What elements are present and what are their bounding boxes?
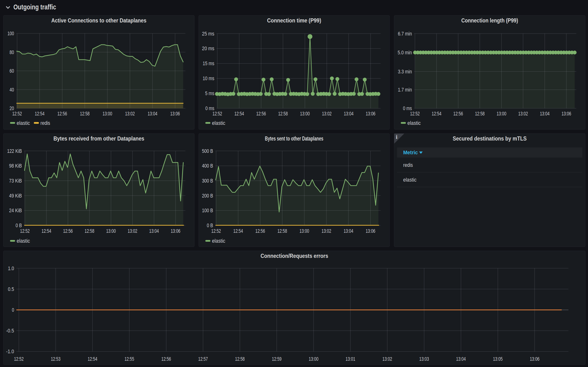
svg-text:0 ms: 0 ms: [403, 106, 412, 111]
svg-text:13:02: 13:02: [125, 111, 135, 117]
svg-text:12:53: 12:53: [51, 356, 60, 362]
svg-text:Active Connections to other Da: Active Connections to other Dataplanes: [51, 17, 146, 24]
svg-text:400 B: 400 B: [202, 163, 213, 169]
svg-text:i: i: [396, 134, 398, 140]
svg-text:15 ms: 15 ms: [203, 61, 214, 67]
svg-text:12:54: 12:54: [42, 228, 51, 234]
svg-text:12:58: 12:58: [80, 111, 90, 117]
svg-text:12:52: 12:52: [20, 228, 30, 234]
svg-text:Bytes sent to other Dataplanes: Bytes sent to other Dataplanes: [265, 135, 324, 142]
svg-text:12:58: 12:58: [277, 228, 287, 234]
svg-text:13:02: 13:02: [322, 228, 331, 234]
svg-text:-1.0: -1.0: [6, 349, 14, 354]
svg-text:60: 60: [10, 68, 14, 74]
svg-text:Connection length (P99): Connection length (P99): [461, 17, 518, 24]
svg-text:80: 80: [10, 50, 14, 55]
svg-text:13:06: 13:06: [530, 356, 539, 362]
svg-text:13:00: 13:00: [497, 111, 506, 117]
svg-text:1.0: 1.0: [8, 266, 14, 271]
svg-text:73 KiB: 73 KiB: [9, 178, 22, 184]
svg-text:13:04: 13:04: [148, 111, 157, 117]
svg-text:98 KiB: 98 KiB: [9, 163, 22, 169]
svg-text:13:05: 13:05: [493, 356, 503, 362]
svg-text:12:58: 12:58: [475, 111, 485, 117]
svg-text:5.0 min: 5.0 min: [398, 50, 412, 56]
svg-text:13:04: 13:04: [149, 228, 159, 234]
svg-text:122 KiB: 122 KiB: [7, 148, 22, 154]
svg-text:Bytes received from other Data: Bytes received from other Dataplanes: [53, 135, 144, 142]
svg-text:13:00: 13:00: [300, 111, 310, 117]
svg-text:12:59: 12:59: [272, 356, 282, 362]
svg-text:0: 0: [12, 307, 14, 313]
svg-text:300 B: 300 B: [202, 178, 213, 184]
svg-text:13:00: 13:00: [299, 228, 309, 234]
svg-text:25 ms: 25 ms: [202, 31, 214, 37]
svg-text:elastic: elastic: [403, 177, 417, 183]
svg-text:13:06: 13:06: [366, 228, 375, 234]
svg-text:12:52: 12:52: [410, 111, 420, 117]
svg-text:Secured destinations by mTLS: Secured destinations by mTLS: [453, 135, 527, 142]
svg-text:12:52: 12:52: [213, 111, 222, 117]
svg-text:12:56: 12:56: [58, 111, 67, 117]
svg-text:13:03: 13:03: [419, 356, 429, 362]
svg-text:12:52: 12:52: [211, 228, 221, 234]
svg-text:20: 20: [10, 106, 14, 111]
svg-text:100 B: 100 B: [202, 208, 213, 213]
svg-text:13:06: 13:06: [171, 228, 180, 234]
svg-text:12:54: 12:54: [35, 111, 44, 117]
svg-text:13:04: 13:04: [456, 356, 466, 362]
svg-text:13:06: 13:06: [562, 111, 571, 117]
svg-text:49 KiB: 49 KiB: [9, 193, 22, 199]
svg-text:12:58: 12:58: [235, 356, 245, 362]
svg-text:13:02: 13:02: [518, 111, 528, 117]
svg-text:12:58: 12:58: [85, 228, 94, 234]
svg-text:12:54: 12:54: [432, 111, 441, 117]
svg-text:13:00: 13:00: [102, 111, 112, 117]
svg-text:12:52: 12:52: [12, 111, 22, 117]
svg-text:Connection/Requests errors: Connection/Requests errors: [261, 253, 328, 259]
svg-text:100: 100: [8, 31, 14, 36]
svg-text:200 B: 200 B: [202, 193, 213, 199]
svg-text:500 B: 500 B: [202, 148, 213, 154]
svg-text:12:54: 12:54: [233, 228, 243, 234]
svg-text:0 ms: 0 ms: [205, 106, 214, 111]
svg-text:redis: redis: [41, 120, 50, 126]
svg-text:elastic: elastic: [212, 238, 225, 244]
svg-text:Outgoing traffic: Outgoing traffic: [14, 3, 56, 11]
svg-text:12:54: 12:54: [88, 356, 97, 362]
svg-text:redis: redis: [403, 162, 413, 168]
svg-text:13:04: 13:04: [343, 228, 353, 234]
svg-text:elastic: elastic: [17, 238, 30, 244]
svg-text:3.3 min: 3.3 min: [398, 69, 412, 75]
svg-text:12:52: 12:52: [14, 356, 24, 362]
svg-text:12:55: 12:55: [124, 356, 134, 362]
svg-text:-0.5: -0.5: [6, 328, 14, 334]
svg-text:13:00: 13:00: [309, 356, 318, 362]
svg-text:24 KiB: 24 KiB: [9, 208, 22, 213]
svg-text:0 B: 0 B: [16, 223, 22, 228]
svg-text:13:06: 13:06: [170, 111, 180, 117]
svg-text:10 ms: 10 ms: [203, 75, 214, 81]
svg-text:0.5: 0.5: [8, 286, 14, 292]
svg-text:12:58: 12:58: [278, 111, 288, 117]
svg-text:12:57: 12:57: [198, 356, 208, 362]
svg-text:12:56: 12:56: [255, 228, 265, 234]
svg-text:Metric: Metric: [403, 150, 418, 156]
svg-text:20 ms: 20 ms: [202, 46, 214, 51]
svg-text:13:01: 13:01: [346, 356, 355, 362]
svg-text:1.7 min: 1.7 min: [398, 87, 412, 93]
svg-text:13:02: 13:02: [322, 111, 332, 117]
svg-text:Connection time (P99): Connection time (P99): [267, 17, 321, 24]
svg-text:6.7 min: 6.7 min: [398, 31, 412, 37]
svg-text:12:56: 12:56: [256, 111, 266, 117]
svg-text:13:00: 13:00: [106, 228, 116, 234]
svg-text:12:56: 12:56: [453, 111, 463, 117]
svg-text:12:56: 12:56: [161, 356, 171, 362]
svg-text:5 ms: 5 ms: [205, 91, 214, 96]
svg-text:elastic: elastic: [408, 120, 421, 126]
svg-text:13:02: 13:02: [128, 228, 137, 234]
svg-text:elastic: elastic: [17, 120, 30, 126]
svg-text:12:54: 12:54: [234, 111, 244, 117]
svg-text:13:04: 13:04: [540, 111, 550, 117]
svg-text:12:56: 12:56: [63, 228, 73, 234]
